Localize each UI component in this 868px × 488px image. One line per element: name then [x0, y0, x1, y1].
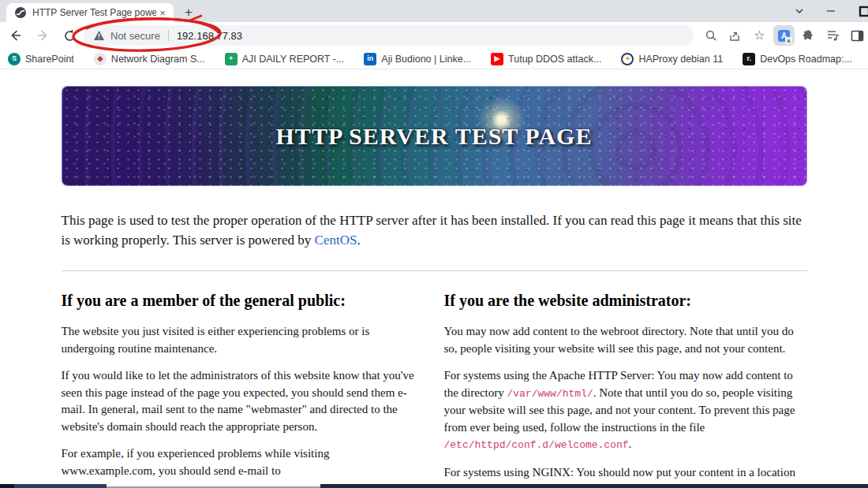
bookmark-item[interactable]: in Aji Budiono | Linke... — [364, 53, 471, 65]
bookmark-item[interactable]: ◆ Network Diagram S... — [94, 53, 205, 65]
text-run: . — [629, 438, 632, 450]
browser-tab[interactable]: HTTP Server Test Page powered × — [6, 3, 174, 22]
network-diagram-icon: ◆ — [94, 53, 107, 65]
linkedin-icon: in — [364, 53, 376, 65]
test-page-banner: HTTP SERVER TEST PAGE — [62, 86, 807, 186]
new-tab-button[interactable]: + — [180, 4, 197, 21]
youtube-icon: ▶ — [491, 53, 503, 65]
text-run: The website you just visited is either e… — [62, 325, 370, 355]
bookmark-star-icon[interactable]: ☆ — [749, 25, 770, 46]
tab-search-chevron-icon[interactable] — [794, 6, 805, 17]
minimize-button[interactable] — [825, 6, 836, 17]
tab-close-icon[interactable]: × — [156, 6, 169, 19]
spreadsheet-icon: + — [225, 53, 238, 65]
body-paragraph: For example, if you experienced problems… — [62, 445, 422, 483]
bookmark-item[interactable]: S SharePoint — [8, 53, 74, 65]
browser-toolbar: Not secure 192.168.77.83 ☆ A — [0, 22, 868, 49]
forward-icon[interactable] — [33, 26, 52, 45]
general-public-column: If you are a member of the general publi… — [62, 292, 422, 483]
back-icon[interactable] — [6, 26, 25, 45]
website-administrator-heading: If you are the website administrator: — [444, 292, 807, 310]
haproxy-debian-icon: ● — [621, 53, 634, 65]
maximize-button[interactable] — [857, 5, 868, 17]
page-content: HTTP SERVER TEST PAGE This page is used … — [0, 69, 868, 483]
bookmarks-bar: S SharePoint ◆ Network Diagram S... + AJ… — [0, 49, 868, 69]
media-controls-icon[interactable] — [822, 25, 844, 46]
body-paragraph: The website you just visited is either e… — [62, 323, 422, 357]
omnibox-divider — [168, 30, 169, 41]
sharepoint-icon: S — [8, 53, 21, 65]
translate-extension-icon[interactable]: A — [773, 25, 795, 46]
inline-code: /etc/httpd/conf.d/welcome.conf — [444, 439, 629, 451]
general-public-heading: If you are a member of the general publi… — [62, 292, 422, 310]
text-run: You may now add content to the webroot d… — [444, 325, 794, 355]
not-secure-warning-icon[interactable] — [93, 30, 105, 41]
url-text[interactable]: 192.168.77.83 — [177, 30, 242, 42]
body-paragraph: For systems using the Apache HTTP Server… — [444, 367, 807, 454]
text-run: configuration directive in the — [598, 482, 742, 483]
bookmark-item[interactable]: r. DevOps Roadmap:... — [743, 53, 852, 65]
inline-link[interactable]: CentOS — [315, 233, 357, 248]
reload-icon[interactable] — [60, 26, 79, 45]
browser-window: HTTP Server Test Page powered × + — [0, 0, 868, 488]
tab-title: HTTP Server Test Page powered — [32, 7, 156, 18]
inline-code: /var/www/html/ — [507, 388, 593, 400]
search-icon[interactable] — [700, 25, 721, 46]
text-run: If you would like to let the administrat… — [62, 369, 414, 433]
bookmark-item[interactable]: ▶ Tutup DDOS attack... — [491, 53, 601, 65]
bookmark-item[interactable]: + AJI DAILY REPORT -... — [225, 53, 345, 65]
intro-paragraph: This page is used to test the proper ope… — [62, 210, 807, 250]
body-paragraph: If you would like to let the administrat… — [62, 367, 422, 435]
website-administrator-column: If you are the website administrator: Yo… — [444, 292, 807, 483]
roadmap-icon: r. — [743, 53, 755, 65]
tab-strip: HTTP Server Test Page powered × + — [0, 0, 868, 22]
text-run: For systems using NGINX: You should now … — [444, 466, 795, 484]
bookmark-item[interactable]: ● HAProxy debian 11 — [621, 53, 723, 65]
tab-favicon-icon — [14, 6, 27, 19]
text-run: For example, if you experienced problems… — [62, 447, 330, 483]
text-run: This page is used to test the proper ope… — [62, 213, 802, 248]
side-panel-icon[interactable] — [847, 25, 868, 46]
text-run: nginx — [742, 482, 770, 483]
section-divider — [62, 270, 807, 271]
share-icon[interactable] — [724, 25, 746, 46]
text-run: . — [357, 233, 360, 248]
bottom-edge-strip — [0, 484, 868, 488]
extensions-puzzle-icon[interactable] — [798, 25, 819, 46]
security-label: Not secure — [110, 30, 160, 42]
body-paragraph: For systems using NGINX: You should now … — [444, 464, 807, 484]
body-paragraph: You may now add content to the webroot d… — [444, 323, 807, 357]
banner-title: HTTP SERVER TEST PAGE — [62, 86, 807, 186]
address-bar[interactable]: Not secure 192.168.77.83 — [84, 25, 694, 46]
